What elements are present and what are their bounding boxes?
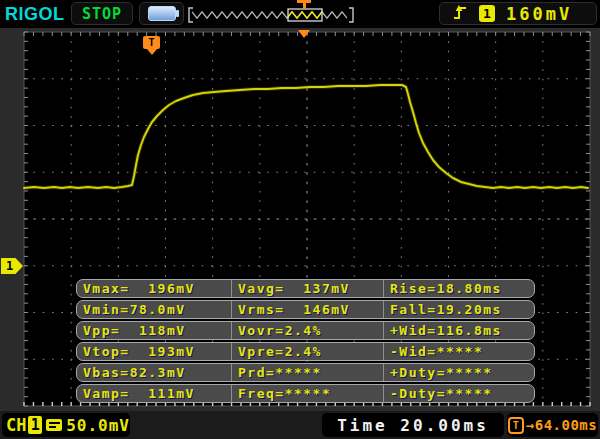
measurement-vamp: Vamp= 111mV [83,385,231,402]
trigger-flag-label: T [143,36,160,49]
measurement-row-3: Vpp= 118mV Vovr=2.4% +Wid=116.8ms [76,321,535,340]
measurement-vtop: Vtop= 193mV [83,343,231,360]
trigger-delay-value: →64.00ms [526,417,597,433]
horizontal-center-marker [298,30,310,38]
measurement-vbas: Vbas=82.3mV [83,364,231,381]
trigger-delay-box: T →64.00ms [507,413,598,437]
measurement-rise: Rise=18.80ms [383,280,532,297]
timebase-box: Time 20.00ms [322,413,504,437]
oscilloscope-screen: RIGOL STOP 1 160mV T 1 [0,0,600,439]
measurement-vovr: Vovr=2.4% [231,322,383,339]
trigger-source-badge: 1 [479,5,495,22]
measurement-row-6: Vamp= 111mV Freq=***** -Duty=***** [76,384,535,403]
measurement-prd: Prd=***** [231,364,383,381]
channel-label: CH [6,415,26,435]
power-indicator [139,2,184,25]
trigger-position-flag: T [143,36,160,55]
measurement-vpp: Vpp= 118mV [83,322,231,339]
trigger-flag-pointer [147,49,157,55]
hpos-trigger-marker-stem [303,3,306,9]
measurement-vmin: Vmin=78.0mV [83,301,231,318]
run-state-indicator: STOP [71,2,133,25]
measurement-row-5: Vbas=82.3mV Prd=***** +Duty=***** [76,363,535,382]
vertical-scale-value: 50.0mV [66,416,130,435]
trigger-level-value: 160mV [506,4,572,24]
measurement-pos-duty: +Duty=***** [383,364,532,381]
rising-edge-icon [452,3,468,25]
measurement-row-2: Vmin=78.0mV Vrms= 146mV Fall=19.20ms [76,300,535,319]
measurement-fall: Fall=19.20ms [383,301,532,318]
trigger-status-box: 1 160mV [439,2,597,25]
run-state-label: STOP [82,5,122,23]
delay-t-icon: T [508,417,524,434]
measurement-freq: Freq=***** [231,385,383,402]
channel-number-badge: 1 [28,416,41,434]
timebase-value: Time 20.00ms [337,416,489,435]
measurement-vavg: Vavg= 137mV [231,280,383,297]
measurement-neg-duty: -Duty=***** [383,385,532,402]
battery-icon [148,6,176,21]
measurement-table: Vmax= 196mV Vavg= 137mV Rise=18.80ms Vmi… [76,279,535,405]
measurement-pos-width: +Wid=116.8ms [383,322,532,339]
channel1-scale-box: CH 1 50.0mV [2,413,130,437]
measurement-vmax: Vmax= 196mV [83,280,231,297]
measurement-neg-width: -Wid=***** [383,343,532,360]
measurement-vpre: Vpre=2.4% [231,343,383,360]
measurement-vrms: Vrms= 146mV [231,301,383,318]
measurement-row-1: Vmax= 196mV Vavg= 137mV Rise=18.80ms [76,279,535,298]
brand-logo: RIGOL [5,3,65,25]
hpos-trigger-marker [296,0,312,9]
coupling-icon [46,419,62,431]
measurement-row-4: Vtop= 193mV Vpre=2.4% -Wid=***** [76,342,535,361]
